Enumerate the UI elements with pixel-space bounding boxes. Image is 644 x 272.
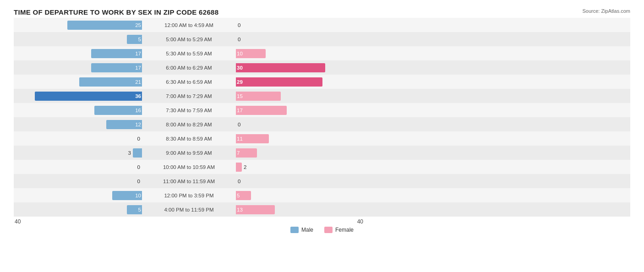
- female-bar: [236, 106, 287, 115]
- female-side: 15: [236, 89, 364, 103]
- chart-row: 216:30 AM to 6:59 AM29: [14, 75, 630, 89]
- female-side: 0: [236, 174, 364, 188]
- legend-male: Male: [290, 227, 313, 233]
- female-bar: [236, 77, 322, 87]
- male-value: 16: [135, 108, 141, 113]
- legend: Male Female: [14, 227, 630, 233]
- male-value: 10: [135, 193, 141, 198]
- axis-right: 40: [236, 218, 364, 225]
- chart-row: 2512:00 AM to 4:59 AM0: [14, 18, 630, 32]
- chart-row: 010:00 AM to 10:59 AM2: [14, 160, 630, 174]
- female-side: 0: [236, 32, 364, 46]
- female-value: 30: [237, 65, 243, 71]
- legend-female-label: Female: [335, 227, 354, 233]
- time-label: 6:30 AM to 6:59 AM: [142, 79, 236, 85]
- male-value: 21: [135, 79, 141, 85]
- male-side: 12: [14, 117, 142, 131]
- female-value: 2: [244, 164, 246, 170]
- female-value: 13: [237, 207, 243, 212]
- time-label: 4:00 PM to 11:59 PM: [142, 207, 236, 212]
- chart-row: 175:30 AM to 5:59 AM10: [14, 46, 630, 60]
- female-side: 7: [236, 146, 364, 160]
- time-label: 6:00 AM to 6:29 AM: [142, 65, 236, 71]
- male-value: 36: [135, 93, 141, 99]
- male-side: 21: [14, 75, 142, 89]
- male-bar: [91, 49, 142, 58]
- female-value: 0: [238, 179, 240, 184]
- male-side: 5: [14, 202, 142, 217]
- axis-row: 4040: [14, 218, 630, 225]
- axis-right-label: 40: [357, 218, 363, 225]
- male-side: 3: [14, 146, 142, 160]
- time-label: 12:00 AM to 4:59 AM: [142, 22, 236, 28]
- time-label: 10:00 AM to 10:59 AM: [142, 164, 236, 170]
- male-side: 5: [14, 32, 142, 46]
- chart-row: 1012:00 PM to 3:59 PM5: [14, 188, 630, 202]
- time-label: 5:00 AM to 5:29 AM: [142, 37, 236, 42]
- male-side: 0: [14, 160, 142, 174]
- male-value: 17: [135, 65, 141, 71]
- female-side: 11: [236, 131, 364, 146]
- chart-row: 55:00 AM to 5:29 AM0: [14, 32, 630, 46]
- time-label: 7:00 AM to 7:29 AM: [142, 93, 236, 99]
- time-label: 7:30 AM to 7:59 AM: [142, 108, 236, 113]
- female-value: 10: [237, 51, 243, 56]
- chart-row: 128:00 AM to 8:29 AM0: [14, 117, 630, 131]
- time-label: 8:00 AM to 8:29 AM: [142, 122, 236, 127]
- female-bar: [236, 63, 325, 72]
- male-value: 0: [137, 179, 140, 184]
- chart-row: 39:00 AM to 9:59 AM7: [14, 146, 630, 160]
- male-side: 17: [14, 46, 142, 60]
- chart-row: 011:00 AM to 11:59 AM0: [14, 174, 630, 188]
- male-value: 5: [138, 37, 141, 42]
- chart-row: 167:30 AM to 7:59 AM17: [14, 103, 630, 117]
- male-bar: [67, 21, 142, 30]
- female-side: 13: [236, 202, 364, 217]
- male-value: 3: [128, 150, 131, 156]
- legend-female-box: [324, 227, 333, 233]
- chart-main: 2512:00 AM to 4:59 AM055:00 AM to 5:29 A…: [14, 18, 630, 217]
- female-side: 17: [236, 103, 364, 117]
- female-value: 29: [237, 79, 243, 85]
- chart-row: 54:00 PM to 11:59 PM13: [14, 202, 630, 217]
- time-label: 11:00 AM to 11:59 AM: [142, 179, 236, 184]
- male-side: 25: [14, 18, 142, 32]
- female-side: 30: [236, 60, 364, 75]
- legend-male-label: Male: [301, 227, 313, 233]
- female-value: 11: [237, 136, 243, 141]
- male-value: 12: [135, 122, 141, 127]
- male-bar: [91, 63, 142, 72]
- male-value: 0: [137, 164, 140, 170]
- chart-title: TIME OF DEPARTURE TO WORK BY SEX IN ZIP …: [14, 8, 630, 16]
- female-side: 10: [236, 46, 364, 60]
- time-label: 12:00 PM to 3:59 PM: [142, 193, 236, 198]
- male-bar: [133, 148, 142, 158]
- female-value: 15: [237, 93, 243, 99]
- female-value: 5: [237, 193, 240, 198]
- male-value: 0: [137, 136, 140, 141]
- female-side: 0: [236, 18, 364, 32]
- female-value: 7: [237, 150, 240, 156]
- female-side: 2: [236, 160, 364, 174]
- bottom-area: 4040 Male Female: [14, 218, 630, 233]
- axis-left-label: 40: [15, 218, 21, 225]
- chart-row: 08:30 AM to 8:59 AM11: [14, 131, 630, 146]
- female-side: 0: [236, 117, 364, 131]
- legend-male-box: [290, 227, 299, 233]
- time-label: 9:00 AM to 9:59 AM: [142, 150, 236, 156]
- axis-left: 40: [14, 218, 142, 225]
- female-side: 29: [236, 75, 364, 89]
- female-value: 17: [237, 108, 243, 113]
- male-bar: [79, 77, 142, 87]
- chart-row: 367:00 AM to 7:29 AM15: [14, 89, 630, 103]
- time-label: 5:30 AM to 5:59 AM: [142, 51, 236, 56]
- female-bar: [236, 163, 242, 172]
- female-value: 0: [238, 22, 240, 28]
- male-value: 17: [135, 51, 141, 56]
- male-side: 16: [14, 103, 142, 117]
- chart-row: 176:00 AM to 6:29 AM30: [14, 60, 630, 75]
- source-label: Source: ZipAtlas.com: [582, 8, 630, 14]
- male-side: 0: [14, 131, 142, 146]
- legend-female: Female: [324, 227, 354, 233]
- male-side: 17: [14, 60, 142, 75]
